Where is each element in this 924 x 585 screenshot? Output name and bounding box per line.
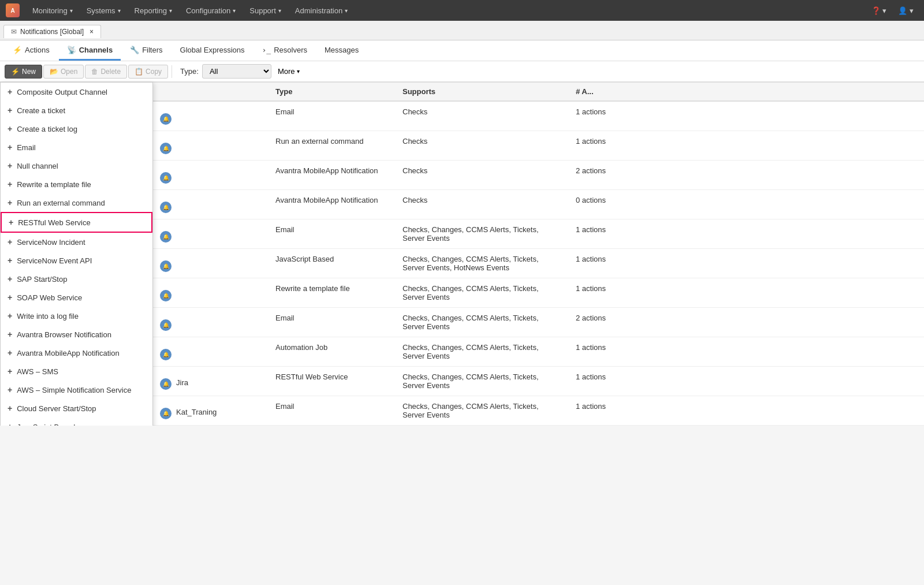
type-label: Type: [180,67,199,76]
plus-icon: + [8,367,12,376]
type-select[interactable]: All Email Checks Changes [202,64,271,79]
dropdown-item[interactable]: +Rewrite a template file [1,175,152,193]
row-type: Email [269,101,396,131]
row-actions-count: 1 actions [569,249,924,278]
dropdown-item[interactable]: +Cloud Server Start/Stop [1,399,152,418]
tab-bar: ✉ Notifications [Global] × [0,21,924,40]
row-type: Email [269,396,396,426]
nav-support[interactable]: Support ▾ [244,0,287,21]
table-row[interactable]: 🔔 Email Checks, Changes, CCMS Alerts, Ti… [153,219,924,249]
row-actions-count: 1 actions [569,278,924,308]
dropdown-item[interactable]: +SOAP Web Service [1,288,152,307]
row-name-cell: 🔔 Jira [153,367,269,396]
table-row[interactable]: 🔔 Kat_Traning Email Checks, Changes, CCM… [153,396,924,426]
dropdown-item[interactable]: +SAP Start/Stop [1,270,152,288]
row-type: RESTful Web Service [269,367,396,396]
tab-actions[interactable]: ⚡ Actions [5,40,58,61]
tab-notifications[interactable]: ✉ Notifications [Global] × [3,25,101,38]
copy-button[interactable]: 📋 Copy [128,65,168,79]
row-icon: 🔔 [160,378,172,390]
new-button[interactable]: ⚡ New [5,65,42,79]
nav-configuration[interactable]: Configuration ▾ [180,0,241,21]
user-icon[interactable]: 👤 ▾ [893,6,918,15]
table-row[interactable]: 🔔 Run an external command Checks 1 actio… [153,131,924,161]
dropdown-item[interactable]: +Null channel [1,157,152,175]
dropdown-item[interactable]: +AWS – Simple Notification Service [1,381,152,399]
toolbar: ⚡ New 📂 Open 🗑 Delete 📋 Copy Type: All E… [0,61,924,82]
plus-icon: + [8,385,12,394]
dropdown-item[interactable]: +Avantra MobileApp Notification [1,344,152,362]
row-actions-count: 1 actions [569,101,924,131]
dropdown-item[interactable]: +ServiceNow Incident [1,233,152,251]
table-row[interactable]: 🔔 Avantra MobileApp Notification Checks … [153,161,924,190]
table-row[interactable]: 🔔 JavaScript Based Checks, Changes, CCMS… [153,249,924,278]
tab-global-expressions[interactable]: Global Expressions [172,40,253,61]
col-name [153,83,269,102]
row-supports: Checks, Changes, CCMS Alerts, Tickets, S… [396,396,569,426]
nav-reporting[interactable]: Reporting ▾ [129,0,178,21]
dropdown-item[interactable]: +AWS – SMS [1,362,152,381]
row-type: Run an external command [269,131,396,161]
table-row[interactable]: 🔔 Rewrite a template file Checks, Change… [153,278,924,308]
dropdown-item[interactable]: +Composite Output Channel [1,83,152,101]
dropdown-item[interactable]: +RESTful Web Service [1,212,152,233]
dropdown-item[interactable]: +ServiceNow Event API [1,251,152,270]
chevron-down-icon: ▾ [70,8,73,14]
row-actions-count: 2 actions [569,161,924,190]
row-supports: Checks, Changes, CCMS Alerts, Tickets, S… [396,219,569,249]
row-icon: 🔔 [160,408,172,419]
plus-icon: + [8,293,12,302]
close-tab-button[interactable]: × [90,28,94,36]
delete-button[interactable]: 🗑 Delete [85,65,127,79]
more-button[interactable]: More ▾ [273,64,305,79]
row-name-cell: 🔔 [153,308,269,337]
dropdown-item[interactable]: +Write into a log file [1,307,152,325]
open-button[interactable]: 📂 Open [43,65,84,79]
plus-icon: + [8,330,12,339]
dropdown-item[interactable]: +Create a ticket [1,101,152,120]
row-type: Avantra MobileApp Notification [269,161,396,190]
plus-icon: + [8,143,12,152]
plus-icon: + [8,256,12,265]
row-icon: 🔔 [160,319,172,331]
col-supports: Supports [396,83,569,102]
chevron-down-icon: ▾ [169,8,172,14]
row-name-cell: 🔔 [153,249,269,278]
tab-messages[interactable]: Messages [316,40,367,61]
nav-administration[interactable]: Administration ▾ [289,0,353,21]
nav-systems[interactable]: Systems ▾ [81,0,126,21]
nav-monitoring[interactable]: Monitoring ▾ [27,0,79,21]
row-supports: Checks, Changes, CCMS Alerts, Tickets, S… [396,278,569,308]
row-actions-count: 1 actions [569,131,924,161]
plus-icon: + [8,198,12,207]
row-type: Rewrite a template file [269,278,396,308]
plus-icon: + [8,180,12,189]
row-type: JavaScript Based [269,249,396,278]
table-row[interactable]: 🔔 Email Checks 1 actions [153,101,924,131]
row-icon: 🔔 [160,260,172,272]
dropdown-item[interactable]: +Create a ticket log [1,120,152,138]
dropdown-item[interactable]: +Avantra Browser Notification [1,325,152,344]
row-name-cell: 🔔 Kat_Traning [153,396,269,426]
table-row[interactable]: 🔔 Email Checks, Changes, CCMS Alerts, Ti… [153,308,924,337]
row-actions-count: 1 actions [569,337,924,367]
dropdown-item[interactable]: +JavaScript Based [1,418,152,426]
row-name-cell: 🔔 [153,219,269,249]
table-row[interactable]: 🔔 Automation Job Checks, Changes, CCMS A… [153,337,924,367]
tab-filters[interactable]: 🔧 Filters [122,40,170,61]
tab-resolvers[interactable]: ›_ Resolvers [254,40,315,61]
plus-icon: + [8,404,12,413]
row-icon: 🔔 [160,202,172,213]
row-actions-count: 1 actions [569,396,924,426]
row-actions-count: 1 actions [569,367,924,396]
help-icon[interactable]: ❓ ▾ [867,6,892,15]
table-row[interactable]: 🔔 Avantra MobileApp Notification Checks … [153,190,924,219]
table-row[interactable]: 🔔 Jira RESTful Web Service Checks, Chang… [153,367,924,396]
dropdown-item[interactable]: +Run an external command [1,193,152,212]
plus-icon: + [8,348,12,357]
dropdown-item[interactable]: +Email [1,138,152,157]
tab-channels[interactable]: 📡 Channels [59,40,121,61]
plus-icon: + [8,106,12,115]
table-header-row: Type Supports # A... [153,83,924,102]
more-chevron-icon: ▾ [297,68,300,74]
